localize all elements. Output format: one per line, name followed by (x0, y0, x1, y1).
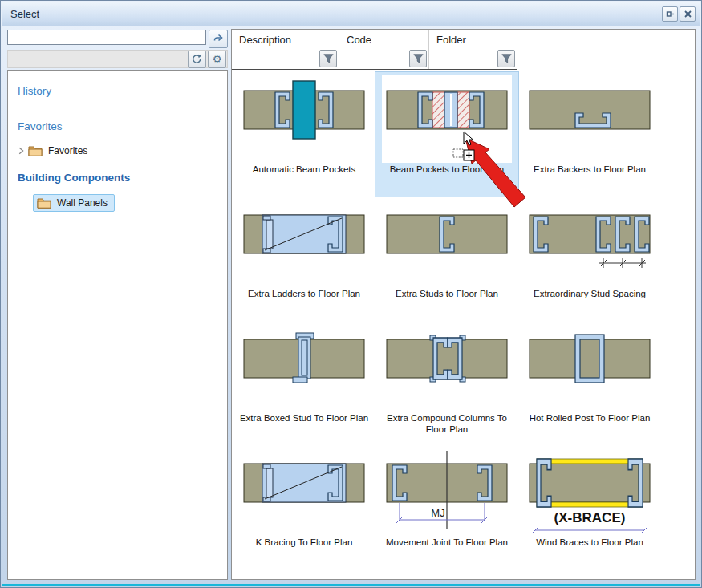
thumbnail-movement-joint-to-floor-plan: MJ (383, 448, 511, 536)
component-label: Automatic Beam Pockets (253, 164, 355, 176)
thumbnail-extra-studs-to-floor-plan (383, 199, 511, 287)
component-tile-movement-joint-to-floor-plan[interactable]: MJ Movement Joint To Floor Plan (375, 445, 518, 570)
settings-button[interactable]: ⚙ (208, 51, 226, 68)
component-label: Extraordinary Stud Spacing (534, 289, 646, 300)
pin-icon (666, 10, 675, 18)
column-label: Folder (429, 30, 517, 46)
go-arrow-icon (213, 34, 224, 44)
component-tile-beam-pockets-to-floor-plan[interactable]: Beam Pockets to Floor Plan (375, 72, 518, 197)
tree-toolbar: ⚙ (7, 50, 228, 68)
refresh-button[interactable] (188, 51, 206, 68)
thumbnail-k-bracing-to-floor-plan (240, 448, 368, 536)
column-headers: Description Code Folder (232, 30, 517, 70)
tree-item-label: Favorites (47, 144, 89, 157)
tree-section-building-components[interactable]: Building Components (18, 172, 130, 184)
thumbnail-hot-rolled-post-to-floor-plan (525, 323, 654, 412)
search-go-button[interactable] (209, 30, 228, 48)
thumbnail-wind-braces-to-floor-plan: (X-BRACE) (525, 448, 654, 536)
tree-item-label: Wall Panels (55, 197, 109, 209)
mj-annotation: MJ (431, 507, 444, 519)
thumbnail-extra-backers-to-floor-plan (525, 75, 654, 163)
component-tile-extra-boxed-stud-to-floor-plan[interactable]: Extra Boxed Stud To Floor Plan (233, 321, 375, 445)
component-label: Extra Backers to Floor Plan (534, 164, 646, 176)
component-tile-wind-braces-to-floor-plan[interactable]: (X-BRACE) Wind Braces to Floor Plan (518, 445, 661, 570)
component-label: Extra Compound Columns To Floor Plan (378, 413, 516, 436)
component-label: Wind Braces to Floor Plan (536, 537, 643, 549)
component-tile-extraordinary-stud-spacing[interactable]: Extraordinary Stud Spacing (518, 197, 661, 321)
funnel-icon (501, 54, 512, 63)
tree-section-history[interactable]: History (18, 85, 51, 97)
gear-icon: ⚙ (213, 54, 222, 64)
filter-button-code[interactable] (409, 50, 427, 67)
window-title: Select (10, 8, 39, 20)
component-tile-hot-rolled-post-to-floor-plan[interactable]: Hot Rolled Post To Floor Plan (518, 321, 661, 445)
search-input[interactable] (7, 30, 206, 45)
refresh-icon (192, 54, 202, 64)
component-tile-extra-ladders-to-floor-plan[interactable]: Extra Ladders to Floor Plan (233, 197, 375, 321)
filter-button-description[interactable] (319, 50, 337, 67)
tree-item-favorites-folder[interactable]: Favorites (18, 144, 89, 157)
thumbnail-extraordinary-stud-spacing (525, 199, 654, 287)
tree-section-favorites[interactable]: Favorites (18, 120, 63, 132)
column-header-folder[interactable]: Folder (429, 30, 517, 69)
chevron-right-icon[interactable] (18, 147, 24, 155)
component-label: Beam Pockets to Floor Plan (390, 164, 505, 176)
component-tile-k-bracing-to-floor-plan[interactable]: K Bracing To Floor Plan (233, 445, 375, 570)
thumbnail-extra-compound-columns-to-floor-plan (383, 323, 511, 412)
thumbnail-extra-boxed-stud-to-floor-plan (240, 323, 368, 412)
component-tile-extra-backers-to-floor-plan[interactable]: Extra Backers to Floor Plan (518, 72, 661, 197)
component-label: Movement Joint To Floor Plan (386, 537, 508, 549)
component-tile-extra-compound-columns-to-floor-plan[interactable]: Extra Compound Columns To Floor Plan (375, 321, 518, 445)
component-label: K Bracing To Floor Plan (256, 537, 353, 549)
component-grid: Automatic Beam Pockets Beam Pockets to F… (233, 72, 661, 570)
funnel-icon (323, 54, 334, 63)
component-tile-automatic-beam-pockets[interactable]: Automatic Beam Pockets (233, 72, 375, 197)
thumbnail-extra-ladders-to-floor-plan (240, 199, 368, 287)
close-button[interactable] (680, 6, 696, 22)
window-bottom-edge (2, 584, 700, 586)
tree-item-wall-panels[interactable]: Wall Panels (33, 194, 115, 212)
thumbnail-beam-pockets-to-floor-plan (383, 75, 511, 163)
column-label: Description (232, 30, 339, 46)
select-dialog: Select (0, 0, 702, 588)
column-label: Code (339, 30, 428, 46)
navigation-tree: History Favorites Favorites Building Com… (7, 70, 228, 580)
filter-button-folder[interactable] (497, 50, 515, 67)
component-label: Extra Ladders to Floor Plan (248, 289, 360, 300)
folder-icon (28, 145, 43, 156)
title-bar[interactable]: Select (2, 2, 700, 26)
component-browser-panel: Description Code Folder (231, 29, 696, 580)
funnel-icon (413, 54, 424, 63)
auto-hide-pin-button[interactable] (662, 6, 678, 22)
thumbnail-automatic-beam-pockets (240, 75, 368, 163)
column-header-code[interactable]: Code (339, 30, 429, 69)
component-label: Extra Studs to Floor Plan (396, 289, 498, 300)
x-brace-annotation: (X-BRACE) (554, 510, 626, 525)
folder-icon (37, 197, 51, 209)
component-label: Hot Rolled Post To Floor Plan (530, 413, 651, 424)
component-tile-extra-studs-to-floor-plan[interactable]: Extra Studs to Floor Plan (375, 197, 518, 321)
column-header-description[interactable]: Description (232, 30, 339, 69)
component-label: Extra Boxed Stud To Floor Plan (240, 413, 368, 424)
close-icon (684, 10, 692, 18)
